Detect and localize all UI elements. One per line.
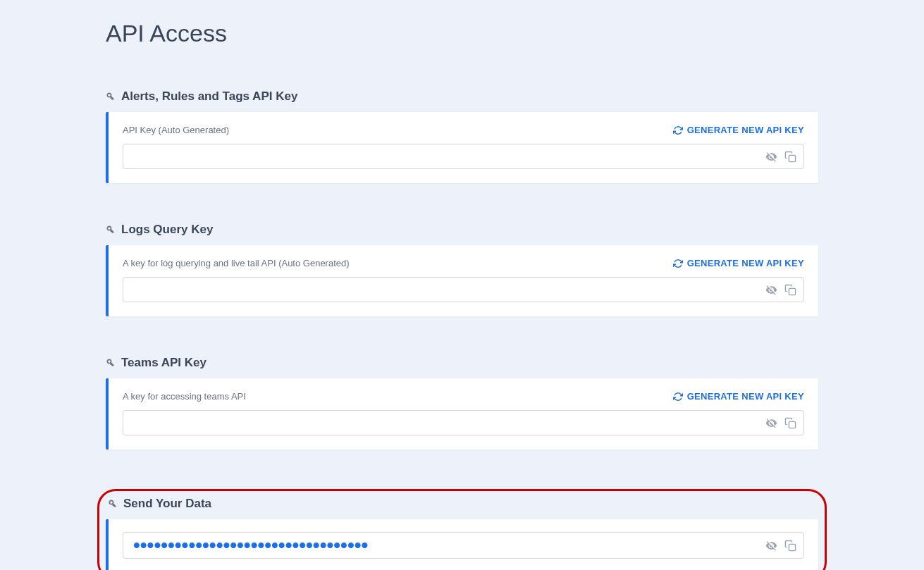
card-logs: A key for log querying and live tail API… (106, 245, 818, 316)
generate-label: GENERATE NEW API KEY (687, 125, 804, 135)
section-header: Logs Query Key (106, 223, 818, 237)
section-title: Teams API Key (121, 356, 207, 370)
visibility-off-icon[interactable] (765, 284, 777, 296)
card-description: A key for accessing teams API (123, 391, 246, 402)
api-key-value-masked: •••••••••••••••••••••••••••••••••• (133, 542, 765, 549)
key-icon (106, 225, 116, 235)
key-icon (106, 92, 116, 101)
visibility-off-icon[interactable] (765, 151, 777, 163)
section-teams-api-key: Teams API Key A key for accessing teams … (106, 356, 818, 450)
card-description: API Key (Auto Generated) (123, 125, 229, 135)
generate-label: GENERATE NEW API KEY (687, 391, 804, 402)
svg-rect-1 (789, 288, 795, 295)
svg-rect-0 (789, 155, 795, 161)
section-send-your-data: Send Your Data •••••••••••••••••••••••••… (106, 497, 818, 570)
section-title: Logs Query Key (121, 223, 213, 237)
card-send-data: •••••••••••••••••••••••••••••••••• (106, 519, 818, 570)
copy-icon[interactable] (784, 540, 796, 552)
key-icon (106, 358, 116, 368)
api-key-input-wrapper (123, 410, 804, 435)
api-key-input-wrapper (123, 144, 804, 169)
section-title: Send Your Data (123, 497, 211, 511)
generate-new-api-key-button[interactable]: GENERATE NEW API KEY (673, 258, 804, 268)
section-title: Alerts, Rules and Tags API Key (121, 89, 297, 104)
section-header: Alerts, Rules and Tags API Key (106, 89, 818, 104)
page-title: API Access (106, 20, 818, 47)
api-key-input-wrapper: •••••••••••••••••••••••••••••••••• (123, 532, 804, 559)
svg-rect-2 (789, 421, 795, 428)
generate-label: GENERATE NEW API KEY (687, 258, 804, 268)
section-header: Send Your Data (108, 497, 818, 511)
generate-new-api-key-button[interactable]: GENERATE NEW API KEY (673, 391, 804, 402)
copy-icon[interactable] (784, 284, 796, 296)
card-teams: A key for accessing teams API GENERATE N… (106, 378, 818, 450)
card-description: A key for log querying and live tail API… (123, 258, 350, 268)
refresh-icon (673, 392, 683, 402)
visibility-off-icon[interactable] (765, 417, 777, 429)
api-key-input-wrapper (123, 277, 804, 302)
svg-rect-3 (789, 544, 795, 550)
copy-icon[interactable] (784, 151, 796, 163)
refresh-icon (673, 259, 683, 268)
section-send-your-data-highlighted: Send Your Data •••••••••••••••••••••••••… (97, 489, 827, 570)
visibility-off-icon[interactable] (765, 540, 777, 552)
section-logs-query-key: Logs Query Key A key for log querying an… (106, 223, 818, 316)
card-alerts: API Key (Auto Generated) GENERATE NEW AP… (106, 112, 818, 183)
section-header: Teams API Key (106, 356, 818, 370)
refresh-icon (673, 125, 683, 135)
section-alerts-api-key: Alerts, Rules and Tags API Key API Key (… (106, 89, 818, 183)
key-icon (108, 499, 118, 509)
generate-new-api-key-button[interactable]: GENERATE NEW API KEY (673, 125, 804, 135)
copy-icon[interactable] (784, 417, 796, 429)
